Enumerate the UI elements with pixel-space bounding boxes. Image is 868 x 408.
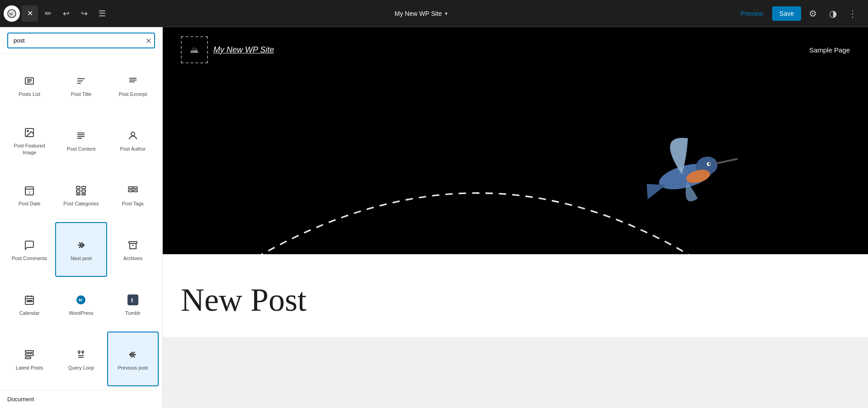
wordpress-logo[interactable]: W: [4, 5, 20, 22]
canvas-area[interactable]: ⛰ My New WP Site Sample Page: [163, 27, 868, 408]
post-content-icon: [75, 129, 86, 142]
svg-rect-39: [29, 300, 30, 302]
site-nav: Sample Page: [809, 46, 850, 54]
svg-rect-25: [82, 190, 85, 192]
svg-text:t: t: [131, 297, 133, 304]
posts-list-icon: [24, 75, 35, 87]
block-label-post-content: Post Content: [67, 146, 96, 152]
redo-button[interactable]: ↪: [76, 5, 92, 22]
close-button[interactable]: ✕: [22, 5, 38, 22]
block-item-query-loop[interactable]: Query Loop: [55, 332, 107, 386]
block-item-archives[interactable]: Archives: [107, 222, 159, 277]
block-item-post-content[interactable]: Post Content: [55, 113, 107, 167]
block-item-post-excerpt[interactable]: Post Excerpt: [107, 58, 159, 113]
svg-rect-23: [82, 186, 85, 189]
block-label-post-tags: Post Tags: [122, 200, 144, 207]
main-layout: ✕ Posts ListPost TitlePost ExcerptPost F…: [0, 0, 868, 408]
svg-rect-47: [25, 357, 31, 359]
svg-point-18: [131, 132, 135, 136]
block-label-post-categories: Post Categories: [63, 200, 99, 207]
svg-rect-24: [76, 190, 80, 192]
block-label-post-featured-image: Post Featured Image: [8, 142, 51, 156]
search-clear-button[interactable]: ✕: [146, 36, 151, 45]
block-inserter-sidebar: ✕ Posts ListPost TitlePost ExcerptPost F…: [0, 27, 163, 408]
toolbar-center: My New WP Site ▾: [114, 10, 728, 17]
undo-button[interactable]: ↩: [58, 5, 74, 22]
block-label-calendar: Calendar: [19, 310, 40, 316]
edit-icon-button[interactable]: ✏: [40, 5, 56, 22]
block-label-next-post: Next post: [71, 255, 91, 261]
query-loop-icon: [75, 348, 86, 361]
svg-rect-22: [76, 186, 80, 189]
hero-section: ⛰ My New WP Site Sample Page: [163, 27, 868, 254]
next-post-icon: [75, 239, 86, 251]
preview-button[interactable]: Preview: [735, 7, 769, 20]
more-options-button[interactable]: ⋮: [844, 5, 861, 22]
search-input[interactable]: [7, 33, 155, 48]
block-label-post-excerpt: Post Excerpt: [119, 91, 147, 97]
svg-point-49: [82, 351, 84, 353]
previous-post-icon: [127, 348, 138, 361]
svg-rect-29: [133, 187, 137, 189]
toolbar-left: W ✕ ✏ ↩ ↪ ☰: [0, 5, 114, 22]
svg-rect-30: [128, 190, 132, 192]
block-label-post-comments: Post Comments: [12, 255, 47, 261]
block-item-next-post[interactable]: Next post: [55, 222, 107, 277]
nav-title[interactable]: My New WP Site ▾: [395, 10, 448, 17]
svg-rect-45: [25, 351, 33, 352]
block-label-previous-post: Previous post: [118, 365, 148, 371]
post-featured-image-icon: [24, 126, 35, 139]
contrast-button[interactable]: ◑: [825, 5, 841, 22]
svg-text:2: 2: [28, 190, 31, 195]
tumblr-icon: t: [127, 294, 138, 306]
post-comments-icon: [24, 239, 35, 251]
block-item-latest-posts[interactable]: Latest Posts: [4, 332, 55, 386]
site-header: ⛰ My New WP Site Sample Page: [163, 27, 868, 72]
toolbar-right: Preview Save ⚙ ◑ ⋮: [728, 5, 868, 22]
post-date-icon: 2: [24, 184, 35, 197]
post-author-icon: [127, 129, 138, 142]
block-item-wordpress[interactable]: WWordPress: [55, 277, 107, 332]
site-name[interactable]: My New WP Site: [213, 45, 274, 55]
svg-rect-26: [76, 194, 80, 195]
block-item-previous-post[interactable]: Previous post: [107, 332, 159, 386]
svg-rect-32: [129, 242, 137, 243]
nav-sample-page[interactable]: Sample Page: [809, 46, 850, 54]
block-item-post-date[interactable]: 2Post Date: [4, 167, 55, 222]
block-label-posts-list: Posts List: [19, 91, 40, 97]
block-label-query-loop: Query Loop: [68, 365, 94, 371]
block-label-latest-posts: Latest Posts: [16, 365, 43, 371]
svg-point-13: [27, 130, 28, 132]
block-item-posts-list[interactable]: Posts List: [4, 58, 55, 113]
svg-rect-28: [128, 187, 132, 189]
block-item-post-tags[interactable]: Post Tags: [107, 167, 159, 222]
block-label-wordpress: WordPress: [69, 310, 93, 316]
svg-line-52: [715, 158, 737, 165]
block-label-post-author: Post Author: [120, 146, 146, 152]
block-item-post-featured-image[interactable]: Post Featured Image: [4, 113, 55, 167]
calendar-icon: [24, 294, 35, 306]
settings-button[interactable]: ⚙: [805, 5, 821, 22]
block-item-post-comments[interactable]: Post Comments: [4, 222, 55, 277]
latest-posts-icon: [24, 348, 35, 361]
save-button[interactable]: Save: [772, 6, 801, 21]
block-item-post-categories[interactable]: Post Categories: [55, 167, 107, 222]
menu-button[interactable]: ☰: [94, 5, 110, 22]
post-title-display: New Post: [181, 281, 850, 319]
post-excerpt-icon: [127, 75, 138, 87]
svg-rect-38: [27, 300, 28, 302]
document-tab[interactable]: Document: [0, 390, 162, 408]
post-tags-icon: [127, 184, 138, 197]
block-grid: Posts ListPost TitlePost ExcerptPost Fea…: [0, 54, 162, 390]
svg-point-48: [78, 351, 80, 353]
block-item-post-title[interactable]: Post Title: [55, 58, 107, 113]
post-title-icon: [75, 75, 86, 87]
block-item-calendar[interactable]: Calendar: [4, 277, 55, 332]
post-categories-icon: [75, 184, 86, 197]
main-toolbar: W ✕ ✏ ↩ ↪ ☰ My New WP Site ▾ Preview Sav…: [0, 0, 868, 27]
svg-text:W: W: [78, 298, 83, 303]
block-item-post-author[interactable]: Post Author: [107, 113, 159, 167]
block-item-tumblr[interactable]: tTumblr: [107, 277, 159, 332]
block-label-post-date: Post Date: [19, 200, 40, 207]
svg-rect-46: [25, 354, 33, 356]
